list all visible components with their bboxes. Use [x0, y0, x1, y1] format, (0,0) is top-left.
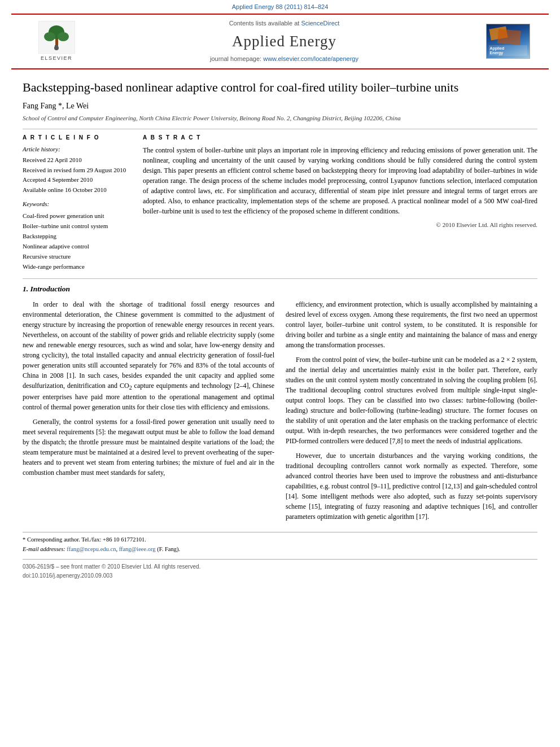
article-title: Backstepping-based nonlinear adaptive co… [23, 80, 537, 96]
journal-homepage: journal homepage: www.elsevier.com/locat… [85, 55, 484, 64]
keywords-label: Keywords: [23, 200, 133, 209]
keyword-4: Nonlinear adaptive control [23, 241, 133, 251]
body-left-p2: Generally, the control systems for a fos… [23, 417, 274, 478]
issn-line: 0306-2619/$ – see front matter © 2010 El… [23, 562, 537, 571]
sciencedirect-link[interactable]: ScienceDirect [301, 20, 339, 27]
article-history: Article history: Received 22 April 2010 … [23, 145, 133, 195]
article-info-abstract: A R T I C L E I N F O Article history: R… [23, 134, 537, 272]
keyword-1: Coal-fired power generation unit [23, 211, 133, 221]
abstract-col: A B S T R A C T The control system of bo… [143, 134, 537, 272]
journal-header: 🌿 ELSEVIER Contents lists available at S… [11, 14, 549, 69]
journal-title: Applied Energy [85, 30, 484, 53]
keywords-section: Keywords: Coal-fired power generation un… [23, 200, 133, 272]
elsevier-logo: 🌿 ELSEVIER [28, 21, 85, 62]
authors-text: Fang Fang *, Le Wei [23, 102, 89, 110]
abstract-label: A B S T R A C T [143, 134, 537, 142]
body-left-col: In order to deal with the shortage of tr… [23, 299, 274, 522]
journal-thumbnail: AppliedEnergy [484, 24, 532, 59]
keyword-5: Recursive structure [23, 251, 133, 261]
bottom-bar: 0306-2619/$ – see front matter © 2010 El… [23, 559, 537, 580]
top-bar: Applied Energy 88 (2011) 814–824 [0, 0, 560, 14]
body-two-col: In order to deal with the shortage of tr… [23, 299, 537, 522]
elsevier-tree-icon: 🌿 [38, 21, 75, 54]
svg-point-5 [58, 32, 69, 41]
article-info-label: A R T I C L E I N F O [23, 134, 133, 142]
svg-rect-7 [55, 45, 58, 50]
footnote-area: * Corresponding author. Tel./fax: +86 10… [23, 532, 537, 554]
body-section: 1. Introduction [23, 283, 537, 295]
homepage-url[interactable]: www.elsevier.com/locate/apenergy [263, 55, 358, 62]
body-right-col: efficiency, and environment protection, … [286, 299, 537, 522]
footnote-email: E-mail addresses: ffang@ncepu.edu.cn, ff… [23, 545, 537, 554]
abstract-text: The control system of boiler–turbine uni… [143, 145, 537, 216]
email-label: E-mail addresses: [23, 546, 65, 552]
accepted-date: Accepted 4 September 2010 [23, 175, 133, 185]
elsevier-label: ELSEVIER [41, 55, 72, 62]
body-left-p1: In order to deal with the shortage of tr… [23, 299, 274, 412]
footnote-star: * Corresponding author. Tel./fax: +86 10… [23, 535, 537, 545]
available-date: Available online 16 October 2010 [23, 185, 133, 195]
article-info-col: A R T I C L E I N F O Article history: R… [23, 134, 133, 272]
body-right-p2: From the control point of view, the boil… [286, 355, 537, 446]
body-right-p3: However, due to uncertain disturbances a… [286, 451, 537, 522]
history-label: Article history: [23, 145, 133, 154]
email1-link[interactable]: ffang@ncepu.edu.cn [67, 546, 116, 552]
section1-heading: 1. Introduction [23, 283, 537, 295]
journal-issue-info: Applied Energy 88 (2011) 814–824 [232, 3, 329, 10]
journal-center: Contents lists available at ScienceDirec… [85, 19, 484, 64]
received-date: Received 22 April 2010 [23, 155, 133, 165]
keyword-3: Backstepping [23, 231, 133, 241]
authors: Fang Fang *, Le Wei [23, 101, 537, 112]
contents-line: Contents lists available at ScienceDirec… [85, 19, 484, 28]
email-suffix: (F. Fang). [157, 546, 180, 552]
divider-1 [23, 129, 537, 129]
email2-link[interactable]: ffang@ieee.org [119, 546, 156, 552]
copyright: © 2010 Elsevier Ltd. All rights reserved… [143, 221, 537, 230]
body-right-p1: efficiency, and environment protection, … [286, 299, 537, 350]
doi-line: doi:10.1016/j.apenergy.2010.09.003 [23, 571, 537, 580]
keyword-6: Wide-range performance [23, 261, 133, 272]
affiliation: School of Control and Computer Engineeri… [23, 114, 537, 123]
revised-date: Received in revised form 29 August 2010 [23, 165, 133, 176]
expected-text: expected [461, 462, 485, 470]
svg-point-4 [44, 32, 55, 41]
keyword-2: Boiler–turbine unit control system [23, 221, 133, 231]
divider-2 [23, 278, 537, 279]
